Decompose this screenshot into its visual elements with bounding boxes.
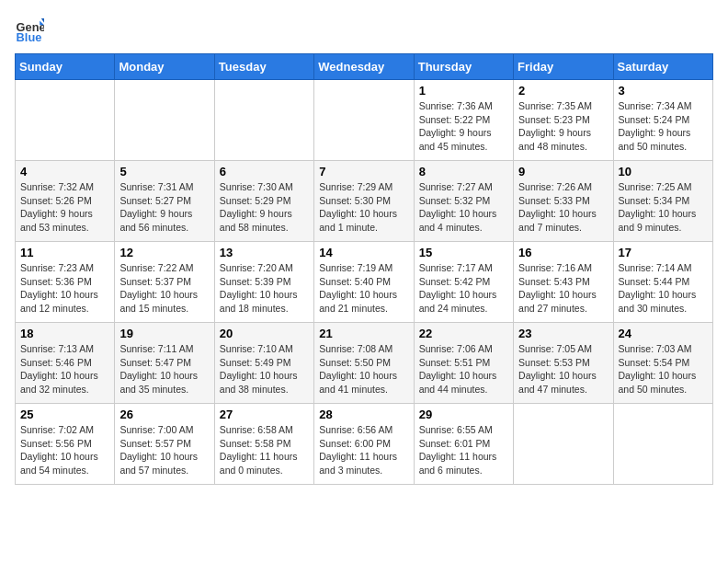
day-number: 11 <box>20 246 109 259</box>
day-cell: 7Sunrise: 7:29 AM Sunset: 5:30 PM Daylig… <box>314 161 414 242</box>
day-number: 10 <box>619 165 708 178</box>
day-number: 23 <box>518 327 608 340</box>
day-info: Sunrise: 7:20 AM Sunset: 5:39 PM Dayligh… <box>220 261 309 316</box>
page-header: General Blue <box>15 15 713 44</box>
day-cell: 11Sunrise: 7:23 AM Sunset: 5:36 PM Dayli… <box>16 242 115 323</box>
day-info: Sunrise: 7:13 AM Sunset: 5:46 PM Dayligh… <box>20 342 109 396</box>
day-info: Sunrise: 7:35 AM Sunset: 5:23 PM Dayligh… <box>518 99 608 154</box>
day-cell: 23Sunrise: 7:05 AM Sunset: 5:53 PM Dayli… <box>514 323 613 404</box>
day-info: Sunrise: 7:34 AM Sunset: 5:24 PM Dayligh… <box>619 99 708 154</box>
day-cell: 1Sunrise: 7:36 AM Sunset: 5:22 PM Daylig… <box>414 80 513 161</box>
day-info: Sunrise: 7:00 AM Sunset: 5:57 PM Dayligh… <box>119 423 209 477</box>
day-number: 14 <box>319 246 408 259</box>
column-header-monday: Monday <box>115 54 214 80</box>
day-cell: 8Sunrise: 7:27 AM Sunset: 5:32 PM Daylig… <box>414 161 513 242</box>
day-number: 15 <box>419 246 508 259</box>
day-number: 5 <box>119 165 209 178</box>
day-info: Sunrise: 7:27 AM Sunset: 5:32 PM Dayligh… <box>419 180 508 235</box>
day-info: Sunrise: 7:08 AM Sunset: 5:50 PM Dayligh… <box>319 342 408 396</box>
day-number: 9 <box>518 165 608 178</box>
day-cell: 4Sunrise: 7:32 AM Sunset: 5:26 PM Daylig… <box>16 161 115 242</box>
week-row-4: 18Sunrise: 7:13 AM Sunset: 5:46 PM Dayli… <box>16 323 713 404</box>
day-number: 22 <box>419 327 508 340</box>
day-number: 27 <box>220 408 309 421</box>
column-header-wednesday: Wednesday <box>314 54 414 80</box>
day-cell: 25Sunrise: 7:02 AM Sunset: 5:56 PM Dayli… <box>16 404 115 485</box>
day-cell: 26Sunrise: 7:00 AM Sunset: 5:57 PM Dayli… <box>115 404 214 485</box>
day-number: 19 <box>119 327 209 340</box>
day-number: 13 <box>220 246 309 259</box>
day-number: 20 <box>220 327 309 340</box>
day-number: 12 <box>119 246 209 259</box>
day-number: 18 <box>20 327 109 340</box>
day-number: 29 <box>419 408 508 421</box>
day-number: 1 <box>419 84 508 98</box>
day-cell <box>613 404 712 485</box>
day-cell: 18Sunrise: 7:13 AM Sunset: 5:46 PM Dayli… <box>16 323 115 404</box>
day-cell <box>214 80 313 161</box>
column-header-saturday: Saturday <box>613 54 712 80</box>
day-number: 17 <box>619 246 708 259</box>
day-info: Sunrise: 7:06 AM Sunset: 5:51 PM Dayligh… <box>419 342 508 396</box>
day-number: 4 <box>20 165 109 178</box>
header-row: SundayMondayTuesdayWednesdayThursdayFrid… <box>16 54 713 80</box>
logo-icon: General Blue <box>15 15 44 44</box>
day-cell: 27Sunrise: 6:58 AM Sunset: 5:58 PM Dayli… <box>214 404 313 485</box>
day-cell: 22Sunrise: 7:06 AM Sunset: 5:51 PM Dayli… <box>414 323 513 404</box>
day-cell: 13Sunrise: 7:20 AM Sunset: 5:39 PM Dayli… <box>214 242 313 323</box>
day-number: 7 <box>319 165 408 178</box>
day-cell: 12Sunrise: 7:22 AM Sunset: 5:37 PM Dayli… <box>115 242 214 323</box>
day-cell: 14Sunrise: 7:19 AM Sunset: 5:40 PM Dayli… <box>314 242 414 323</box>
day-cell <box>115 80 214 161</box>
day-info: Sunrise: 7:19 AM Sunset: 5:40 PM Dayligh… <box>319 261 408 316</box>
day-info: Sunrise: 7:31 AM Sunset: 5:27 PM Dayligh… <box>119 180 209 235</box>
day-info: Sunrise: 7:32 AM Sunset: 5:26 PM Dayligh… <box>20 180 109 235</box>
day-cell: 6Sunrise: 7:30 AM Sunset: 5:29 PM Daylig… <box>214 161 313 242</box>
week-row-5: 25Sunrise: 7:02 AM Sunset: 5:56 PM Dayli… <box>16 404 713 485</box>
day-cell: 24Sunrise: 7:03 AM Sunset: 5:54 PM Dayli… <box>613 323 712 404</box>
day-number: 16 <box>518 246 608 259</box>
day-cell: 3Sunrise: 7:34 AM Sunset: 5:24 PM Daylig… <box>613 80 712 161</box>
calendar-body: 1Sunrise: 7:36 AM Sunset: 5:22 PM Daylig… <box>16 80 713 485</box>
day-cell: 5Sunrise: 7:31 AM Sunset: 5:27 PM Daylig… <box>115 161 214 242</box>
day-info: Sunrise: 7:22 AM Sunset: 5:37 PM Dayligh… <box>119 261 209 316</box>
day-number: 28 <box>319 408 408 421</box>
day-cell: 16Sunrise: 7:16 AM Sunset: 5:43 PM Dayli… <box>514 242 613 323</box>
calendar-table: SundayMondayTuesdayWednesdayThursdayFrid… <box>15 53 713 485</box>
day-number: 6 <box>220 165 309 178</box>
day-cell: 10Sunrise: 7:25 AM Sunset: 5:34 PM Dayli… <box>613 161 712 242</box>
day-cell: 9Sunrise: 7:26 AM Sunset: 5:33 PM Daylig… <box>514 161 613 242</box>
day-info: Sunrise: 7:30 AM Sunset: 5:29 PM Dayligh… <box>220 180 309 235</box>
day-cell: 15Sunrise: 7:17 AM Sunset: 5:42 PM Dayli… <box>414 242 513 323</box>
day-info: Sunrise: 7:10 AM Sunset: 5:49 PM Dayligh… <box>220 342 309 396</box>
day-info: Sunrise: 7:29 AM Sunset: 5:30 PM Dayligh… <box>319 180 408 235</box>
day-info: Sunrise: 7:25 AM Sunset: 5:34 PM Dayligh… <box>619 180 708 235</box>
day-number: 21 <box>319 327 408 340</box>
column-header-sunday: Sunday <box>16 54 115 80</box>
day-number: 3 <box>619 84 708 98</box>
week-row-2: 4Sunrise: 7:32 AM Sunset: 5:26 PM Daylig… <box>16 161 713 242</box>
day-number: 24 <box>619 327 708 340</box>
column-header-friday: Friday <box>514 54 613 80</box>
day-info: Sunrise: 7:02 AM Sunset: 5:56 PM Dayligh… <box>20 423 109 477</box>
week-row-1: 1Sunrise: 7:36 AM Sunset: 5:22 PM Daylig… <box>16 80 713 161</box>
day-info: Sunrise: 7:14 AM Sunset: 5:44 PM Dayligh… <box>619 261 708 316</box>
day-number: 2 <box>518 84 608 98</box>
day-info: Sunrise: 7:11 AM Sunset: 5:47 PM Dayligh… <box>119 342 209 396</box>
day-number: 26 <box>119 408 209 421</box>
day-info: Sunrise: 6:55 AM Sunset: 6:01 PM Dayligh… <box>419 423 508 477</box>
day-info: Sunrise: 7:36 AM Sunset: 5:22 PM Dayligh… <box>419 99 508 154</box>
day-info: Sunrise: 6:56 AM Sunset: 6:00 PM Dayligh… <box>319 423 408 477</box>
day-info: Sunrise: 7:16 AM Sunset: 5:43 PM Dayligh… <box>518 261 608 316</box>
day-cell: 17Sunrise: 7:14 AM Sunset: 5:44 PM Dayli… <box>613 242 712 323</box>
day-cell: 20Sunrise: 7:10 AM Sunset: 5:49 PM Dayli… <box>214 323 313 404</box>
day-cell: 28Sunrise: 6:56 AM Sunset: 6:00 PM Dayli… <box>314 404 414 485</box>
day-info: Sunrise: 7:17 AM Sunset: 5:42 PM Dayligh… <box>419 261 508 316</box>
day-info: Sunrise: 7:03 AM Sunset: 5:54 PM Dayligh… <box>619 342 708 396</box>
day-number: 8 <box>419 165 508 178</box>
day-cell: 29Sunrise: 6:55 AM Sunset: 6:01 PM Dayli… <box>414 404 513 485</box>
day-cell: 19Sunrise: 7:11 AM Sunset: 5:47 PM Dayli… <box>115 323 214 404</box>
calendar-header: SundayMondayTuesdayWednesdayThursdayFrid… <box>16 54 713 80</box>
column-header-tuesday: Tuesday <box>214 54 313 80</box>
day-info: Sunrise: 7:26 AM Sunset: 5:33 PM Dayligh… <box>518 180 608 235</box>
